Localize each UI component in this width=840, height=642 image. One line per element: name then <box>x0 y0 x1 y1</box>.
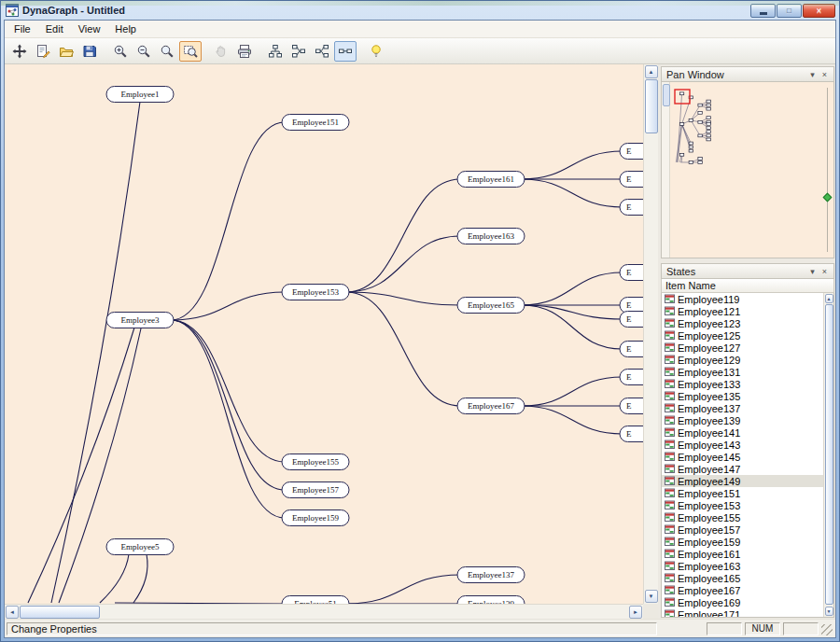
zoom-slider-handle[interactable] <box>823 193 833 202</box>
state-list-item[interactable]: Employee129 <box>662 354 823 366</box>
pan-minimap[interactable] <box>673 88 718 168</box>
graph-node[interactable]: E <box>620 398 643 414</box>
state-list-item[interactable]: Employee171 <box>662 608 823 617</box>
graph-node[interactable]: E <box>620 265 643 281</box>
layout-fan-left-button[interactable] <box>287 41 310 62</box>
state-list-item[interactable]: Employee151 <box>662 487 823 499</box>
open-button[interactable] <box>55 41 77 62</box>
state-list-item[interactable]: Employee135 <box>662 390 823 402</box>
state-list-item[interactable]: Employee145 <box>662 451 823 463</box>
pan-tool-button[interactable] <box>210 41 232 62</box>
graph-node[interactable]: E <box>620 370 643 385</box>
graph-node[interactable]: E <box>620 144 643 160</box>
states-header[interactable]: States ▾ × <box>661 263 834 279</box>
vertical-scroll-thumb[interactable] <box>645 79 658 133</box>
states-scrollbar[interactable]: ▲ ▼ <box>823 293 833 617</box>
graph-node[interactable]: E <box>620 342 643 357</box>
state-list-item[interactable]: Employee149 <box>662 475 823 487</box>
zoom-in-button[interactable] <box>109 41 132 62</box>
state-list-item[interactable]: Employee121 <box>662 305 823 317</box>
canvas-horizontal-scrollbar[interactable]: ◄ ► <box>5 604 643 619</box>
layout-tree-button[interactable] <box>264 41 287 62</box>
state-list-item[interactable]: Employee137 <box>662 402 823 414</box>
state-list-item[interactable]: Employee125 <box>662 329 823 342</box>
layout-horizontal-button[interactable] <box>334 41 357 62</box>
pan-window-view[interactable] <box>661 82 834 258</box>
state-list-item[interactable]: Employee139 <box>662 414 823 426</box>
close-button[interactable]: × <box>803 4 835 18</box>
menu-edit[interactable]: Edit <box>38 21 71 37</box>
graph-node[interactable]: E <box>620 200 643 216</box>
pan-viewport-rect[interactable] <box>675 90 690 104</box>
pan-window-header[interactable]: Pan Window ▾ × <box>661 66 834 82</box>
graph-node[interactable]: Employee51 <box>282 596 349 605</box>
horizontal-scroll-thumb[interactable] <box>20 606 100 619</box>
scroll-left-icon[interactable]: ◄ <box>6 606 19 619</box>
panel-menu-icon[interactable]: ▾ <box>806 70 819 79</box>
scroll-down-icon[interactable]: ▼ <box>645 590 658 603</box>
state-list-item[interactable]: Employee169 <box>662 596 823 608</box>
state-list-item[interactable]: Employee153 <box>662 499 823 511</box>
minimize-button[interactable] <box>750 4 776 18</box>
maximize-button[interactable]: □ <box>777 4 802 18</box>
scroll-right-icon[interactable]: ► <box>629 606 642 619</box>
state-list-item[interactable]: Employee123 <box>662 317 823 329</box>
state-list-item[interactable]: Employee119 <box>662 293 823 305</box>
graph-node[interactable]: Employee153 <box>282 285 349 300</box>
menu-help[interactable]: Help <box>107 21 144 37</box>
state-list-item[interactable]: Employee165 <box>662 572 823 584</box>
save-button[interactable] <box>78 41 101 62</box>
state-list-item[interactable]: Employee155 <box>662 511 823 523</box>
move-tool-button[interactable] <box>8 41 31 62</box>
panel-menu-icon[interactable]: ▾ <box>806 267 819 276</box>
canvas-vertical-scrollbar[interactable]: ▲ ▼ <box>643 64 658 604</box>
graph-node[interactable]: E <box>620 172 643 188</box>
graph-node[interactable]: E <box>620 312 643 328</box>
graph-canvas[interactable]: Employee1Employee151Employee161Employee1… <box>5 64 643 604</box>
state-list-item[interactable]: Employee141 <box>662 426 823 439</box>
menu-view[interactable]: View <box>71 21 108 37</box>
state-list-item[interactable]: Employee131 <box>662 366 823 378</box>
zoom-fit-button[interactable] <box>156 41 178 62</box>
state-list-item[interactable]: Employee143 <box>662 439 823 451</box>
graph-node[interactable]: Employee163 <box>457 229 525 244</box>
graph-node[interactable]: Employee139 <box>457 596 525 605</box>
panel-close-icon[interactable]: × <box>819 267 831 276</box>
state-list-item[interactable]: Employee157 <box>662 523 823 536</box>
graph-node[interactable]: Employee1 <box>106 87 174 103</box>
resize-grip[interactable] <box>821 624 833 635</box>
annotation-button[interactable] <box>32 41 54 62</box>
graph-node[interactable]: Employee137 <box>457 567 525 583</box>
state-list-item[interactable]: Employee167 <box>662 584 823 596</box>
menu-file[interactable]: File <box>7 21 38 37</box>
scroll-up-icon[interactable]: ▲ <box>645 65 658 78</box>
graph-node[interactable]: E <box>620 426 643 442</box>
graph-node[interactable]: Employee157 <box>282 482 349 498</box>
state-list-item[interactable]: Employee147 <box>662 463 823 475</box>
column-header-item-name[interactable]: Item Name <box>661 279 834 293</box>
graph-node[interactable]: E <box>620 298 643 314</box>
scroll-up-icon[interactable]: ▲ <box>825 294 833 303</box>
scroll-down-icon[interactable]: ▼ <box>825 607 833 616</box>
state-list-item[interactable]: Employee163 <box>662 560 823 572</box>
graph-node[interactable]: Employee155 <box>282 454 349 470</box>
graph-node[interactable]: Employee167 <box>457 398 525 414</box>
state-list-item[interactable]: Employee159 <box>662 536 823 548</box>
pan-window-scrollbar[interactable] <box>662 82 670 258</box>
state-list-item[interactable]: Employee161 <box>662 548 823 560</box>
print-button[interactable] <box>233 41 256 62</box>
panel-close-icon[interactable]: × <box>819 70 831 79</box>
state-list-item[interactable]: Employee133 <box>662 378 823 390</box>
graph-node[interactable]: Employee5 <box>106 539 174 555</box>
zoom-out-button[interactable] <box>133 41 155 62</box>
state-list-item[interactable]: Employee127 <box>662 342 823 354</box>
zoom-slider[interactable] <box>823 88 832 252</box>
layout-fan-right-button[interactable] <box>311 41 333 62</box>
zoom-window-button[interactable] <box>179 41 202 62</box>
graph-node[interactable]: Employee159 <box>282 510 349 526</box>
graph-node[interactable]: Employee161 <box>457 172 525 188</box>
tip-button[interactable] <box>365 41 387 62</box>
graph-node[interactable]: Employee151 <box>282 115 349 131</box>
title-bar[interactable]: DynaGraph - Untitled □ × <box>1 1 839 20</box>
graph-node[interactable]: Employee3 <box>106 313 174 328</box>
